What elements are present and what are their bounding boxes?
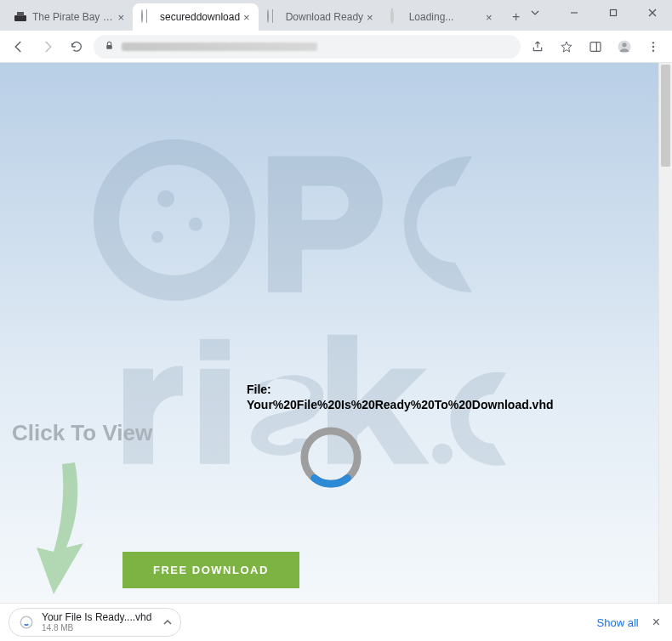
close-icon[interactable]: ×	[649, 611, 663, 633]
down-arrow-icon	[24, 454, 100, 602]
svg-point-20	[432, 443, 453, 463]
titlebar: The Pirate Bay - The g × secureddownload…	[0, 0, 672, 31]
svg-rect-19	[200, 338, 230, 360]
window-controls	[515, 0, 672, 26]
tab-label: secureddownload	[160, 11, 240, 23]
globe-icon	[267, 10, 281, 24]
tab-loading[interactable]: Loading... ×	[382, 3, 501, 31]
side-panel-icon[interactable]	[584, 35, 607, 59]
svg-point-10	[622, 43, 626, 47]
svg-rect-1	[17, 12, 24, 16]
chevron-up-icon[interactable]	[163, 615, 172, 630]
svg-rect-6	[106, 44, 112, 48]
globe-icon	[141, 10, 155, 24]
show-all-link[interactable]: Show all	[597, 616, 639, 629]
bookmark-star-icon[interactable]	[555, 35, 578, 59]
address-bar[interactable]	[94, 35, 521, 59]
svg-rect-18	[200, 368, 230, 463]
close-icon[interactable]: ×	[367, 12, 373, 23]
menu-icon[interactable]	[641, 35, 665, 59]
close-icon[interactable]: ×	[486, 12, 493, 23]
toolbar	[0, 31, 672, 63]
pirate-favicon	[14, 10, 27, 24]
svg-point-12	[652, 45, 654, 47]
file-prefix: File:	[247, 383, 271, 396]
downloads-bar: Your File Is Ready....vhd 14.8 MB Show a…	[0, 603, 672, 641]
svg-point-17	[151, 230, 163, 242]
svg-rect-3	[611, 10, 617, 16]
download-info: Your File Is Ready....vhd 14.8 MB	[42, 612, 151, 632]
maximize-button[interactable]	[594, 0, 633, 26]
file-icon	[18, 614, 35, 631]
lock-icon	[104, 39, 115, 54]
forward-button[interactable]	[36, 35, 60, 59]
loading-spinner	[298, 424, 364, 494]
tab-download-ready[interactable]: Download Ready ×	[259, 3, 382, 31]
tab-label: The Pirate Bay - The g	[32, 11, 114, 23]
scrollbar[interactable]	[658, 63, 672, 603]
tab-pirate-bay[interactable]: The Pirate Bay - The g ×	[5, 3, 133, 31]
close-icon[interactable]: ×	[117, 12, 124, 23]
page-viewport: File: Your%20File%20Is%20Ready%20To%20Do…	[0, 63, 672, 603]
share-icon[interactable]	[526, 35, 550, 59]
svg-point-15	[157, 190, 174, 207]
svg-point-11	[652, 42, 654, 43]
file-name-text: Your%20File%20Is%20Ready%20To%20Download…	[247, 398, 554, 411]
minimize-button[interactable]	[555, 0, 594, 26]
tab-label: Download Ready	[286, 11, 363, 23]
reload-button[interactable]	[65, 35, 88, 59]
download-file-size: 14.8 MB	[42, 623, 151, 632]
loading-spinner-icon	[390, 10, 404, 24]
close-window-button[interactable]	[633, 0, 672, 26]
tab-strip: The Pirate Bay - The g × secureddownload…	[5, 0, 528, 31]
tab-label: Loading...	[409, 11, 482, 23]
svg-point-13	[652, 49, 654, 51]
url-text	[122, 43, 317, 51]
profile-icon[interactable]	[612, 35, 636, 59]
svg-point-16	[189, 217, 202, 230]
free-download-button[interactable]: FREE DOWNLOAD	[122, 552, 299, 588]
click-to-view-text: Click To View	[12, 420, 152, 446]
svg-point-14	[106, 151, 242, 287]
close-icon[interactable]: ×	[243, 12, 250, 23]
svg-rect-7	[590, 42, 601, 51]
download-item[interactable]: Your File Is Ready....vhd 14.8 MB	[9, 608, 181, 637]
tab-secureddownload[interactable]: secureddownload ×	[133, 3, 259, 31]
chevron-down-icon[interactable]	[515, 0, 555, 26]
back-button[interactable]	[7, 35, 31, 59]
file-label: File: Your%20File%20Is%20Ready%20To%20Do…	[247, 382, 554, 412]
download-file-name: Your File Is Ready....vhd	[42, 612, 151, 623]
svg-point-22	[20, 616, 32, 628]
svg-rect-0	[14, 15, 26, 21]
scrollbar-thumb[interactable]	[661, 65, 670, 167]
